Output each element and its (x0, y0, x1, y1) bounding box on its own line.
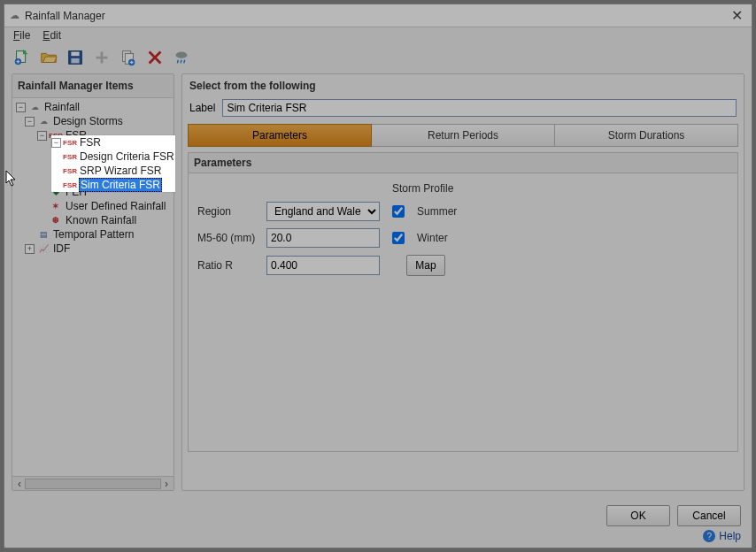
tree-header: Rainfall Manager Items (12, 74, 174, 98)
toolbar (4, 43, 752, 73)
temporal-icon: ▤ (36, 228, 50, 241)
parameters-subheader: Parameters (188, 152, 738, 172)
tree-item-design-storms[interactable]: −☁Design Storms (12, 114, 174, 128)
tab-parameters[interactable]: Parameters (188, 124, 372, 147)
cancel-button[interactable]: Cancel (677, 505, 741, 526)
menubar: File Edit (4, 27, 752, 43)
svg-point-8 (176, 52, 188, 58)
tree-item-known-rainfall[interactable]: ❆Known Rainfall (12, 213, 174, 227)
help-icon: ? (703, 530, 715, 542)
tree-item-user-defined-rainfall[interactable]: ✶User Defined Rainfall (12, 199, 174, 213)
menu-edit[interactable]: Edit (42, 29, 61, 42)
scroll-right-icon[interactable]: › (161, 478, 172, 490)
toolbar-copy-button[interactable] (118, 47, 139, 68)
fsr-icon: FSR (63, 136, 77, 149)
winter-checkbox[interactable] (392, 232, 405, 244)
toolbar-save-button[interactable] (65, 47, 86, 68)
ratio-label: Ratio R (197, 259, 259, 272)
tabstrip: Parameters Return Periods Storm Duration… (188, 124, 738, 147)
m560-input[interactable] (266, 228, 380, 248)
idf-icon: 📈 (36, 242, 50, 255)
detail-panel: Select from the following Label Paramete… (181, 73, 744, 491)
rainfall-manager-window: ☁ Rainfall Manager ✕ File Edit Rainfall … (4, 4, 752, 548)
label-field-label: Label (189, 102, 215, 114)
fsr-icon: FSR (63, 150, 77, 163)
detail-header: Select from the following (182, 74, 744, 97)
window-title: Rainfall Manager (25, 10, 105, 22)
region-label: Region (197, 205, 259, 218)
toolbar-add-button[interactable] (91, 47, 112, 68)
rain-icon: ☁ (27, 101, 42, 113)
tree-item-sim-criteria-fsr[interactable]: FSRSim Criteria FSR (51, 178, 175, 192)
region-select[interactable]: England and Wales (266, 202, 380, 221)
m560-label: M5-60 (mm) (197, 232, 259, 244)
tree-item-temporal-pattern[interactable]: ▤Temporal Pattern (12, 227, 174, 242)
scroll-track[interactable] (25, 479, 161, 489)
tab-return-periods[interactable]: Return Periods (372, 124, 555, 147)
parameters-body: Storm Profile Region England and Wales S… (188, 172, 738, 452)
label-input[interactable] (222, 99, 737, 117)
toolbar-open-button[interactable] (38, 47, 59, 68)
scroll-left-icon[interactable]: ‹ (14, 478, 25, 490)
close-button[interactable]: ✕ (728, 7, 746, 24)
svg-rect-4 (71, 58, 79, 64)
ratio-input[interactable] (266, 256, 380, 275)
map-button[interactable]: Map (406, 255, 445, 276)
known-rainfall-icon: ❆ (49, 214, 63, 226)
tree-item-idf[interactable]: +📈IDF (12, 242, 174, 256)
toolbar-delete-button[interactable] (144, 47, 166, 68)
titlebar: ☁ Rainfall Manager ✕ (4, 4, 752, 27)
toolbar-rainfall-icon[interactable] (171, 47, 192, 68)
tree-item-srp-wizard-fsr[interactable]: FSRSRP Wizard FSR (51, 164, 175, 178)
tree-horizontal-scrollbar[interactable]: ‹ › (12, 476, 174, 490)
user-rainfall-icon: ✶ (49, 200, 63, 212)
ok-button[interactable]: OK (606, 505, 670, 526)
fsr-icon: FSR (63, 165, 77, 177)
help-link[interactable]: ? Help (703, 530, 741, 542)
storm-profile-label: Storm Profile (389, 182, 729, 195)
winter-label: Winter (417, 232, 729, 244)
app-icon: ☁ (10, 10, 19, 21)
menu-file[interactable]: File (13, 29, 30, 42)
summer-label: Summer (417, 205, 729, 218)
toolbar-new-button[interactable] (12, 47, 33, 68)
cloud-icon: ☁ (36, 115, 50, 127)
cursor-icon (5, 170, 19, 188)
tree-item-design-criteria-fsr[interactable]: FSRDesign Criteria FSR (51, 150, 175, 164)
active-tree-highlight: −FSRFSR FSRDesign Criteria FSR FSRSRP Wi… (51, 135, 175, 192)
dialog-footer: OK Cancel ? Help (4, 498, 752, 548)
tab-storm-durations[interactable]: Storm Durations (555, 124, 738, 147)
fsr-icon: FSR (63, 179, 77, 191)
tree-item-fsr[interactable]: −FSRFSR (51, 135, 175, 150)
tree-item-rainfall[interactable]: −☁Rainfall (12, 100, 174, 114)
summer-checkbox[interactable] (392, 205, 405, 218)
svg-rect-3 (71, 52, 79, 57)
